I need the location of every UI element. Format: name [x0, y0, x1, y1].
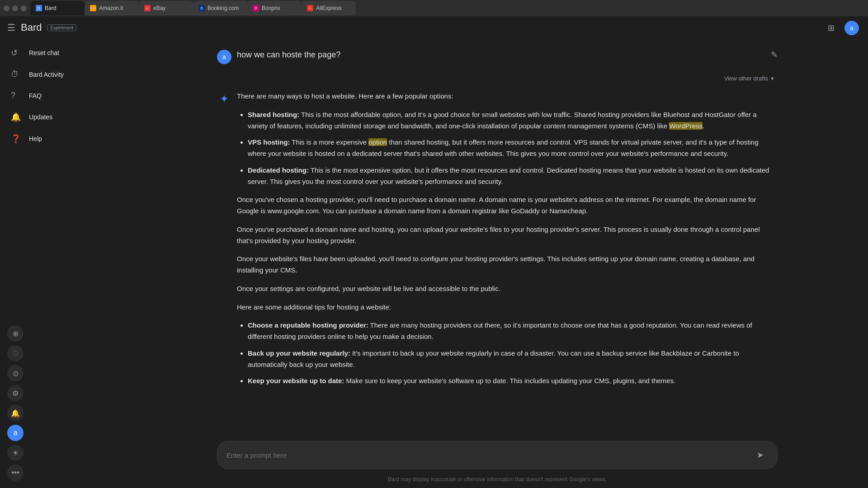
reset-chat-label: Reset chat [29, 49, 59, 56]
edit-icon[interactable]: ✎ [771, 50, 778, 60]
list-item-shared: Shared hosting: This is the most afforda… [248, 109, 778, 132]
faq-label: FAQ [29, 92, 42, 99]
main-content: ⊞ a a how we can hoste the page? ✎ View … [127, 16, 868, 488]
avatar[interactable]: a [844, 21, 859, 35]
ebay-favicon: e [144, 5, 151, 11]
user-avatar: a [217, 50, 231, 64]
tab-bard-label: Bard [45, 5, 56, 11]
bard-title: Bard [21, 22, 42, 33]
tip-1-label: Choose a reputable hosting provider: [248, 321, 368, 329]
view-drafts-button[interactable]: View other drafts ▾ [721, 73, 778, 84]
paragraph-2: Once you've purchased a domain name and … [237, 224, 778, 247]
tab-ali-label: AliExpress [316, 5, 342, 11]
tips-list: Choose a reputable hosting provider: The… [237, 320, 778, 387]
paragraph-4: Once your settings are configured, your … [237, 283, 778, 295]
left-panel: ☰ Bard Experiment ↺ Reset chat ⏱ Bard Ac… [0, 16, 127, 488]
tab-ebay[interactable]: e eBay [139, 1, 193, 15]
bard-star-icon: ✦ [217, 92, 231, 106]
bard-response-body: ✦ There are many ways to host a website.… [217, 91, 778, 394]
tab-booking[interactable]: B Booking.com [193, 1, 247, 15]
updates-icon: 🔔 [11, 112, 22, 122]
tab-bonprix-label: Bonprix [262, 5, 280, 11]
list-item-vps: VPS hosting: This is a more expensive op… [248, 137, 778, 160]
bard-response-container: View other drafts ▾ ✦ There are many way… [217, 73, 778, 394]
help-label: Help [29, 135, 42, 142]
user-message-text: how we can hoste the page? [237, 49, 765, 61]
highlight-option: option [368, 138, 387, 146]
response-text: There are many ways to host a website. H… [237, 91, 778, 394]
bard-response-header: View other drafts ▾ [217, 73, 778, 84]
sidebar-item-faq[interactable]: ? FAQ [0, 85, 121, 106]
tab-aliexpress[interactable]: A AliExpress [302, 1, 356, 15]
hamburger-icon[interactable]: ☰ [7, 22, 15, 33]
faq-icon: ? [11, 91, 22, 100]
tab-ebay-label: eBay [153, 5, 165, 11]
sidebar-bottom-icon-2[interactable]: ♡ [7, 345, 24, 361]
paragraph-1: Once you've chosen a hosting provider, y… [237, 194, 778, 217]
response-intro: There are many ways to host a website. H… [237, 91, 778, 102]
tab-amazon[interactable]: A Amazon.it [85, 1, 139, 15]
paragraph-5: Here are some additional tips for hostin… [237, 302, 778, 313]
updates-label: Updates [29, 113, 52, 121]
help-icon: ❓ [11, 134, 22, 144]
view-drafts-label: View other drafts [724, 75, 768, 82]
sidebar-bottom-icon-3[interactable]: ⊙ [7, 365, 24, 381]
send-icon: ➤ [757, 450, 764, 460]
left-panel-header: ☰ Bard Experiment [0, 16, 127, 39]
browser-chrome: B Bard A Amazon.it e eBay B Booking.com … [0, 0, 868, 16]
chat-area: a how we can hoste the page? ✎ View othe… [127, 40, 868, 434]
tab-bard[interactable]: B Bard [30, 1, 85, 15]
list-item-reputable: Choose a reputable hosting provider: The… [248, 320, 778, 343]
input-container: ➤ [217, 441, 778, 469]
reset-chat-icon: ↺ [11, 48, 22, 58]
app: ☰ Bard Experiment ↺ Reset chat ⏱ Bard Ac… [0, 16, 868, 488]
vps-hosting-label: VPS hosting: [248, 138, 290, 146]
list-item-update: Keep your website up to date: Make sure … [248, 375, 778, 387]
sidebar-bottom-icon-4[interactable]: ⚙ [7, 385, 24, 401]
chevron-down-icon: ▾ [771, 75, 774, 82]
apps-icon[interactable]: ⊞ [823, 20, 839, 36]
sidebar-bottom: ⊕ ♡ ⊙ ⚙ 🔔 a ☀ ••• [0, 318, 127, 488]
list-item-backup: Back up your website regularly: It's imp… [248, 348, 778, 371]
window-controls [4, 5, 27, 11]
tip-3-label: Keep your website up to date: [248, 377, 344, 385]
sidebar-item-updates[interactable]: 🔔 Updates [0, 107, 121, 127]
dark-mode-toggle[interactable]: ☀ [7, 445, 24, 461]
tab-booking-label: Booking.com [208, 5, 239, 11]
tab-amazon-label: Amazon.it [99, 5, 123, 11]
close-btn[interactable] [4, 5, 9, 11]
disclaimer: Bard may display inaccurate or offensive… [127, 473, 868, 488]
sidebar-item-reset-chat[interactable]: ↺ Reset chat [0, 42, 121, 63]
input-area: ➤ [127, 434, 868, 473]
tabs-bar: B Bard A Amazon.it e eBay B Booking.com … [30, 1, 864, 15]
sidebar-item-help[interactable]: ❓ Help [0, 128, 121, 149]
amazon-favicon: A [90, 5, 96, 11]
top-bar: ⊞ a [127, 16, 868, 40]
user-message-container: a how we can hoste the page? ✎ [217, 49, 778, 64]
bard-favicon: B [36, 5, 42, 11]
sidebar-nav: ↺ Reset chat ⏱ Bard Activity ? FAQ 🔔 Upd… [0, 39, 127, 153]
bard-activity-label: Bard Activity [29, 71, 64, 78]
more-options[interactable]: ••• [7, 465, 24, 481]
send-button[interactable]: ➤ [752, 447, 768, 463]
list-item-dedicated: Dedicated hosting: This is the most expe… [248, 165, 778, 188]
tip-2-label: Back up your website regularly: [248, 349, 350, 357]
disclaimer-text: Bard may display inaccurate or offensive… [388, 476, 607, 483]
tab-bonprix[interactable]: B Bonprix [247, 1, 302, 15]
maximize-btn[interactable] [21, 5, 27, 11]
sidebar-bottom-icon-5[interactable]: 🔔 [7, 405, 24, 421]
bard-activity-icon: ⏱ [11, 70, 22, 79]
sidebar-bottom-icon-6[interactable]: a [7, 425, 24, 441]
sidebar-bottom-icon-1[interactable]: ⊕ [7, 325, 24, 342]
hosting-options-list: Shared hosting: This is the most afforda… [237, 109, 778, 188]
paragraph-3: Once your website's files have been uplo… [237, 253, 778, 276]
experiment-badge: Experiment [47, 24, 76, 31]
prompt-input[interactable] [226, 451, 746, 459]
shared-hosting-label: Shared hosting: [248, 111, 299, 118]
sidebar-item-bard-activity[interactable]: ⏱ Bard Activity [0, 64, 121, 84]
dedicated-hosting-label: Dedicated hosting: [248, 166, 309, 174]
minimize-btn[interactable] [12, 5, 18, 11]
highlight-wordpress: WordPress [669, 122, 703, 130]
bonprix-favicon: B [253, 5, 259, 11]
ali-favicon: A [307, 5, 313, 11]
